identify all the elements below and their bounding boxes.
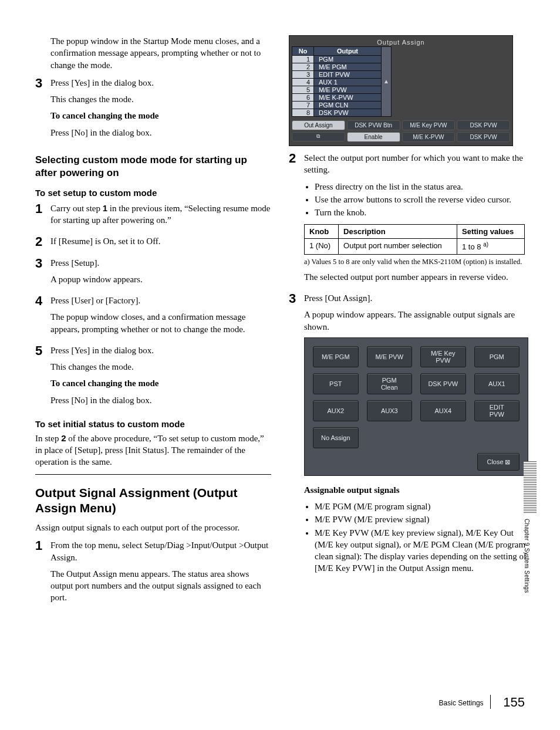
close-icon: ⊠ [505,458,510,465]
subhead: To cancel changing the mode [50,110,271,121]
step-text: Press [Yes] in the dialog box. [50,344,271,356]
dsk-pvw-btn-button[interactable]: DSK PVW Btn [347,120,400,130]
step-text: Press [No] in the dialog box. [50,394,271,406]
setting-col: Setting values [457,225,525,239]
assign-popup: M/E PGM M/E PVW M/E KeyPVW PGM PST PGMCl… [304,337,528,476]
step-text: Press [Yes] in the dialog box. [50,77,271,89]
step-text: Press [User] or [Factory]. [50,295,271,306]
page: The popup window in the Startup Mode men… [0,0,560,730]
bullet-list: Press directry on the list in the status… [315,181,525,219]
step-text: The Output Assign menu appears. The stat… [50,568,271,604]
step-number: 3 [35,77,50,90]
step-number: 3 [35,257,50,270]
list-item: M/E PGM (M/E program signal) [315,501,528,512]
step-text: A popup window appears. The assignable o… [304,309,528,333]
step-number: 2 [289,152,304,165]
popup-icon[interactable]: ⧉ [292,132,345,141]
knob-table: Knob Description Setting values 1 (No) O… [304,224,525,254]
col-output-header: Output [314,47,382,56]
step-text: Carry out step 1 in the previous item, “… [50,202,271,227]
enable-button[interactable]: Enable [347,132,400,142]
me-key-pvw-button[interactable]: M/E Key PVW [402,120,456,130]
footer-label: Basic Settings [439,699,484,707]
desc-col: Description [339,225,457,239]
list-item: Press directry on the list in the status… [315,181,525,192]
col-no-header: No [292,47,314,56]
side-tab: Chapter 9 System Settings [524,461,537,593]
step-number: 1 [35,202,50,215]
assign-me-key-pvw-button[interactable]: M/E KeyPVW [420,346,466,367]
me-k-pvw-button[interactable]: M/E K-PVW [402,132,456,142]
dsk-pvw-button[interactable]: DSK PVW [457,120,510,130]
out-assign-button[interactable]: Out Assign [292,120,345,130]
step-number: 3 [289,292,304,305]
step-text: From the top menu, select Setup/Diag >In… [50,539,271,563]
right-column: Output Assign No Output ▲ 1PGM 2M/E PGM … [289,35,525,611]
output-assign-table: No Output ▲ 1PGM 2M/E PGM 3EDIT PVW 4AUX… [292,46,510,117]
step-text: Press [Setup]. [50,257,271,269]
subsection-heading: To set setup to custom mode [35,188,271,198]
assign-aux4-button[interactable]: AUX4 [420,400,466,421]
subhead: To cancel changing the mode [50,377,271,389]
paragraph: Assign output signals to each output por… [35,522,271,533]
assign-pgm-button[interactable]: PGM [474,346,520,367]
step-text: This changes the mode. [50,361,271,373]
step-number: 5 [35,344,50,357]
assign-pst-button[interactable]: PST [313,373,359,394]
left-column: The popup window in the Startup Mode men… [35,35,271,611]
step-text: Press [Out Assign]. [304,292,528,304]
page-number: 155 [503,695,525,709]
assign-aux3-button[interactable]: AUX3 [367,400,413,421]
scrollbar[interactable]: ▲ [382,47,392,117]
thumb-index-icon [524,461,537,514]
list-item: Use the arrow buttons to scroll the reve… [315,194,525,205]
knob-col: Knob [305,225,339,239]
assign-me-pgm-button[interactable]: M/E PGM [313,346,359,367]
assign-dsk-pvw-button[interactable]: DSK PVW [420,373,466,394]
cell: Output port number selection [339,239,457,254]
step-number: 1 [35,539,50,552]
side-tab-label: Chapter 9 System Settings [524,519,530,593]
subsection-heading: To set initial status to custom mode [35,419,271,429]
assign-no-assign-button[interactable]: No Assign [313,427,359,448]
subhead: Assignable output signals [304,484,528,496]
major-heading: Output Signal Assignment (Output Assign … [35,485,271,516]
assign-aux2-button[interactable]: AUX2 [313,400,359,421]
paragraph: In step 2 of the above procedure, “To se… [35,432,271,468]
step-text: Select the output port number for which … [304,152,525,176]
list-item: M/E PVW (M/E preview signal) [315,513,528,525]
step-text: If [Resume] is On, set it to Off. [50,235,271,247]
step-text: A popup window appears. [50,273,271,285]
list-item: Turn the knob. [315,207,525,218]
dsk-pvw-button-2[interactable]: DSK PVW [457,132,510,142]
table-row: 1 (No) Output port number selection 1 to… [305,239,525,254]
assign-edit-pvw-button[interactable]: EDITPVW [474,400,520,421]
assign-aux1-button[interactable]: AUX1 [474,373,520,394]
close-button[interactable]: Close⊠ [477,453,519,471]
cell: 1 to 8 a) [457,239,525,254]
step-number: 4 [35,295,50,307]
arrow-up-icon[interactable]: ▲ [382,78,390,85]
page-footer: Basic Settings 155 [439,695,525,710]
step-text: The popup window closes, and a confirmat… [50,311,271,335]
assign-pgm-clean-button[interactable]: PGMClean [367,373,413,394]
cell: 1 (No) [305,239,339,254]
panel-title: Output Assign [292,38,510,46]
step-text: The selected output port number appears … [304,271,525,283]
assign-me-pvw-button[interactable]: M/E PVW [367,346,413,367]
list-item: M/E Key PVW (M/E key preview signal), M/… [315,527,528,574]
step-text: This changes the mode. [50,93,271,105]
step-number: 2 [35,235,50,248]
step-text: Press [No] in the dialog box. [50,127,271,138]
intro-paragraph: The popup window in the Startup Mode men… [50,35,271,71]
section-heading: Selecting custom mode mode for starting … [35,154,271,180]
output-assign-panel: Output Assign No Output ▲ 1PGM 2M/E PGM … [289,35,513,146]
footnote: a) Values 5 to 8 are only valid when the… [304,257,525,266]
bullet-list: M/E PGM (M/E program signal) M/E PVW (M/… [315,501,528,574]
